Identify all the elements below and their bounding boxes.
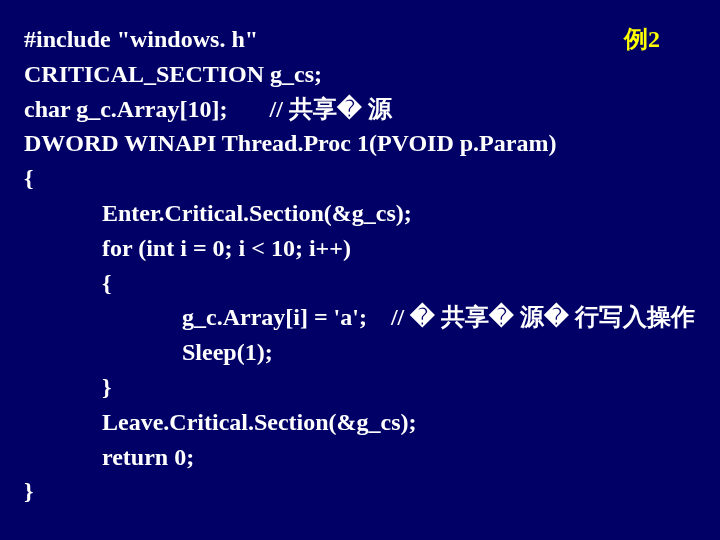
code-line-12: Leave.Critical.Section(&g_cs);: [24, 405, 700, 440]
code-line-3: char g_c.Array[10]; // 共享� 源: [24, 92, 700, 127]
code-text: char g_c.Array[10];: [24, 96, 269, 122]
code-line-1: #include "windows. h": [24, 22, 258, 57]
code-line-13: return 0;: [24, 440, 700, 475]
code-comment: // 共享� 源: [269, 96, 391, 122]
code-line-5: {: [24, 161, 700, 196]
code-line-8: {: [24, 266, 700, 301]
code-line-10: Sleep(1);: [24, 335, 700, 370]
code-line-7: for (int i = 0; i < 10; i++): [24, 231, 700, 266]
code-text: g_c.Array[i] = 'a';: [182, 304, 391, 330]
code-line-11: }: [24, 370, 700, 405]
code-line-4: DWORD WINAPI Thread.Proc 1(PVOID p.Param…: [24, 126, 700, 161]
code-line-2: CRITICAL_SECTION g_cs;: [24, 57, 700, 92]
code-line-9: g_c.Array[i] = 'a'; // � 共享� 源� 行写入操作: [24, 300, 700, 335]
code-comment: // � 共享� 源� 行写入操作: [391, 304, 695, 330]
example-label: 例2: [624, 22, 700, 57]
code-line-14: }: [24, 474, 700, 509]
code-line-6: Enter.Critical.Section(&g_cs);: [24, 196, 700, 231]
